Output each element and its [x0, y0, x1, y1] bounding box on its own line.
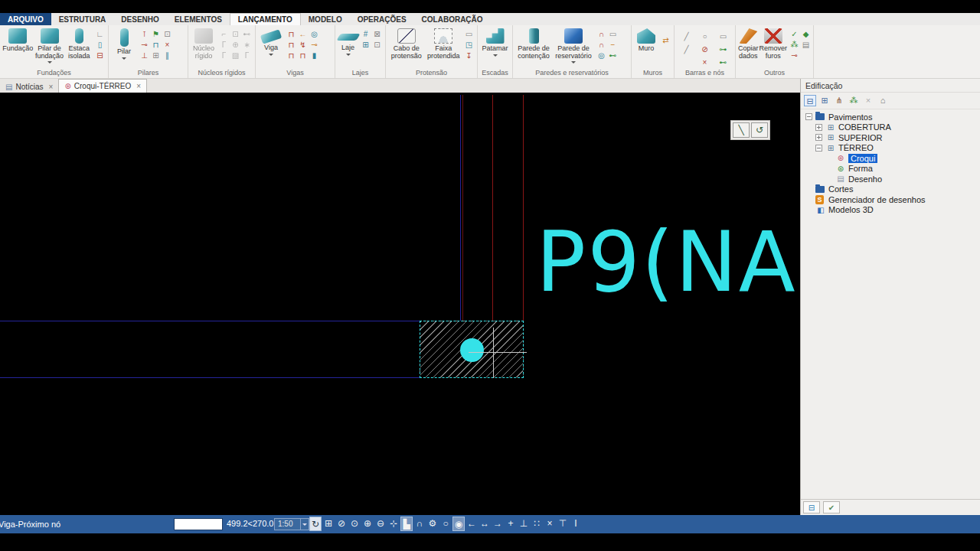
- gear-cluster-icon[interactable]: ⁂: [789, 40, 799, 50]
- view-add-icon[interactable]: ⊹: [387, 517, 400, 531]
- tree-item-cortes[interactable]: Cortes: [801, 184, 980, 195]
- pillar-cap-icon[interactable]: ⊓: [151, 40, 161, 50]
- menu-estrutura[interactable]: ESTRUTURA: [51, 13, 114, 25]
- core-tool-icon[interactable]: ⊕: [230, 40, 240, 50]
- pillar-incline-icon[interactable]: ∥: [162, 51, 172, 60]
- node-circle-icon[interactable]: ○: [700, 31, 710, 41]
- estaca-isolada-button[interactable]: Estaca isolada: [66, 28, 93, 60]
- wall-arch-icon[interactable]: ∩: [596, 29, 606, 39]
- node-intersect-icon[interactable]: ×: [544, 517, 556, 531]
- node-cross-icon[interactable]: +: [505, 517, 517, 531]
- pile-small-icon[interactable]: ▯: [95, 40, 105, 50]
- histogram-icon[interactable]: ▙: [400, 517, 413, 531]
- beam-transfer-icon[interactable]: ↯: [298, 40, 308, 50]
- beam-support3-icon[interactable]: ⊓: [286, 51, 296, 60]
- core-tool-icon[interactable]: ⊡: [230, 29, 240, 39]
- beam-invert-icon[interactable]: ←: [298, 29, 308, 39]
- node-multi-icon[interactable]: ∷: [531, 517, 543, 531]
- fundacao-button[interactable]: Fundação: [2, 28, 33, 53]
- core-tool-icon[interactable]: ▨: [230, 51, 240, 60]
- muro-button[interactable]: Muro: [634, 28, 658, 53]
- pilar-button[interactable]: Pilar: [111, 28, 137, 62]
- scale-dropdown[interactable]: 1:50: [274, 518, 309, 530]
- beam-support4-icon[interactable]: ⊓: [298, 51, 308, 60]
- segment-line-button[interactable]: ╲: [733, 122, 750, 138]
- wall-link-icon[interactable]: ⊷: [608, 51, 618, 60]
- node-left-icon[interactable]: ←: [466, 517, 478, 531]
- tree-item-superior[interactable]: ⊞ SUPERIOR: [801, 132, 980, 143]
- strip-dashed-icon[interactable]: ▭: [464, 29, 474, 39]
- redraw-icon[interactable]: ↻: [309, 517, 322, 531]
- export-check-icon[interactable]: ◆: [801, 29, 811, 39]
- edit-building-icon[interactable]: ⊟: [804, 95, 816, 106]
- anchor-pin-icon[interactable]: ↧: [464, 51, 474, 60]
- printer-icon[interactable]: ▤: [801, 40, 811, 50]
- core-tool-icon[interactable]: Γ: [219, 40, 229, 50]
- core-tool-icon[interactable]: Γ: [219, 51, 229, 60]
- tab-noticias[interactable]: ▤ Notícias ×: [0, 80, 58, 93]
- check-view-tab[interactable]: ✔: [823, 501, 840, 514]
- menu-arquivo[interactable]: ARQUIVO: [0, 13, 51, 25]
- slab-mesh-icon[interactable]: ⊞: [361, 40, 371, 50]
- pillar-section-icon[interactable]: ⊡: [162, 29, 172, 39]
- pillar-drop-icon[interactable]: ⊥: [139, 51, 149, 60]
- core-tool-icon[interactable]: Γ: [242, 51, 252, 60]
- cube-transfer-icon[interactable]: ◳: [464, 40, 474, 50]
- beam-support-icon[interactable]: ⊓: [286, 29, 296, 39]
- zoom-window-icon[interactable]: ⊙: [348, 517, 361, 531]
- pillar-delete-icon[interactable]: ×: [162, 40, 172, 50]
- arc-button[interactable]: ↺: [751, 122, 768, 138]
- bar-box-icon[interactable]: ▭: [718, 31, 728, 41]
- tab-croqui-terreo[interactable]: ⊛ Croqui-TÉRREO ×: [58, 79, 147, 93]
- parede-contencao-button[interactable]: Parede de contenção: [515, 28, 552, 60]
- menu-colaboracao[interactable]: COLABORAÇÃO: [414, 13, 491, 25]
- pilar-de-fundacao-button[interactable]: Pilar de fundação: [34, 28, 64, 66]
- building-icon[interactable]: ⌂: [877, 95, 889, 106]
- node-remove-icon[interactable]: ×: [700, 57, 710, 67]
- core-tool-icon[interactable]: ⌐: [219, 29, 229, 39]
- viga-button[interactable]: Viga: [258, 28, 284, 58]
- nucleo-rigido-button[interactable]: Núcleo rígido: [191, 28, 217, 60]
- beam-support2-icon[interactable]: ⊓: [286, 40, 296, 50]
- expand-icon[interactable]: [815, 134, 822, 141]
- options-icon[interactable]: ⁂: [848, 95, 860, 106]
- close-icon[interactable]: ×: [136, 82, 141, 90]
- pillar-move-icon[interactable]: ⊸: [139, 40, 149, 50]
- bar-segment2-icon[interactable]: ╱: [681, 44, 691, 54]
- menu-lancamento[interactable]: LANÇAMENTO: [230, 13, 301, 25]
- block-pair-icon[interactable]: ⊟: [95, 51, 105, 60]
- node-vertical-icon[interactable]: I: [570, 517, 582, 531]
- core-tool-icon[interactable]: ∗: [242, 40, 252, 50]
- tree-item-desenho[interactable]: ▤ Desenho: [801, 174, 980, 184]
- bar-segment-icon[interactable]: ╱: [681, 31, 691, 41]
- remover-furos-button[interactable]: Remover furos: [760, 28, 788, 60]
- chevron-down-icon[interactable]: [301, 518, 309, 530]
- menu-modelo[interactable]: MODELO: [301, 13, 350, 25]
- node-tee-icon[interactable]: ⊤: [557, 517, 569, 531]
- beam-section-icon[interactable]: ◎: [309, 29, 319, 39]
- faixa-protendida-button[interactable]: Faixa protendida: [426, 28, 462, 60]
- node-link-icon[interactable]: ⊶: [718, 44, 728, 54]
- tree-item-terreo[interactable]: ⊞ TÉRREO: [801, 143, 980, 154]
- tree-item-modelos-3d[interactable]: ◧ Modelos 3D: [801, 205, 980, 216]
- command-input[interactable]: [174, 518, 223, 530]
- collapse-icon[interactable]: [805, 113, 812, 120]
- pillar-insert-icon[interactable]: ⊺: [139, 29, 149, 39]
- beam-extend-icon[interactable]: ⊸: [309, 40, 319, 50]
- copiar-dados-button[interactable]: Copiar dados: [738, 28, 759, 60]
- node-path-icon[interactable]: ⊸: [789, 51, 799, 60]
- collapse-icon[interactable]: [815, 145, 822, 152]
- menu-desenho[interactable]: DESENHO: [113, 13, 166, 25]
- core-tool-icon[interactable]: ⊷: [242, 29, 252, 39]
- tree-item-croqui[interactable]: ⊛ Croqui: [801, 153, 980, 164]
- tree-item-gerenciador[interactable]: S Gerenciador de desenhos: [801, 194, 980, 205]
- check-grid-icon[interactable]: ✓: [789, 29, 799, 39]
- zoom-previous-icon[interactable]: ⊘: [335, 517, 348, 531]
- zoom-in-icon[interactable]: ⊕: [361, 517, 374, 531]
- wall-section-icon[interactable]: ◎: [596, 51, 606, 60]
- snap-magnet-icon[interactable]: ∩: [413, 517, 426, 531]
- pillar-grid-icon[interactable]: ⊞: [151, 51, 161, 60]
- tree-view-tab[interactable]: ⊟: [803, 501, 820, 514]
- slab-opening-icon[interactable]: ⊠: [372, 29, 382, 39]
- node-snap-icon[interactable]: ◉: [452, 517, 465, 531]
